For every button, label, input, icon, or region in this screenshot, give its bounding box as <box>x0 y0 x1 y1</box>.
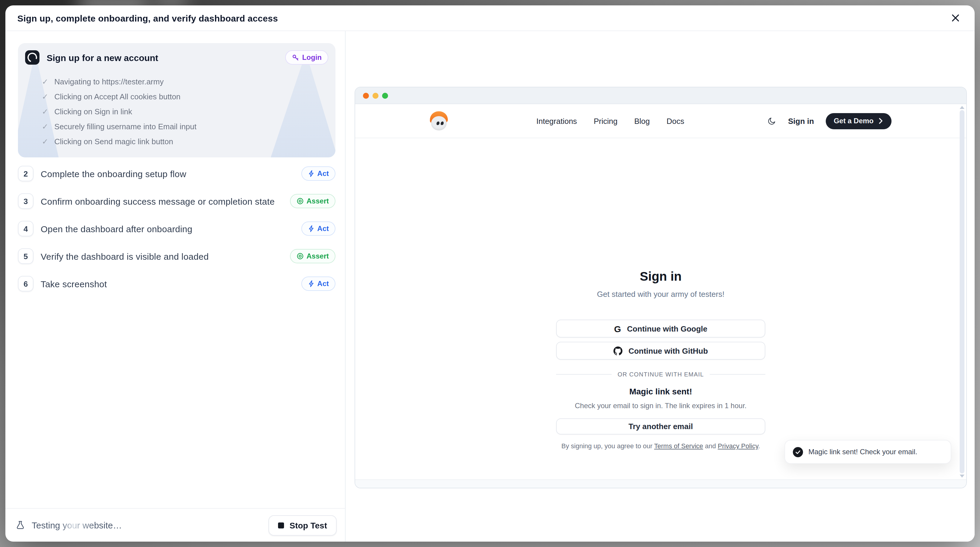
act-badge: Act <box>301 276 336 291</box>
github-button-label: Continue with GitHub <box>628 346 708 355</box>
assert-badge-label: Assert <box>306 252 329 260</box>
step-title: Open the dashboard after onboarding <box>41 223 294 234</box>
assert-badge: Assert <box>290 194 336 208</box>
substep-label: Clicking on Accept All cookies button <box>54 92 181 101</box>
step-row[interactable]: 2 Complete the onboarding setup flow Act <box>18 166 336 181</box>
step-row[interactable]: 6 Take screenshot Act <box>18 276 336 292</box>
act-badge-label: Act <box>317 225 329 233</box>
key-icon <box>292 54 299 61</box>
auth-card: Sign in Get started with your army of te… <box>556 269 765 456</box>
success-check-icon <box>793 447 803 457</box>
toast-message: Magic link sent! Check your email. <box>808 448 917 456</box>
check-icon: ✓ <box>42 93 48 100</box>
scroll-down-arrow-icon[interactable] <box>960 475 964 478</box>
browser-preview: Integrations Pricing Blog Docs Sign <box>355 87 967 488</box>
site-footer-strip <box>355 479 966 488</box>
sign-in-subheading: Get started with your army of testers! <box>556 290 765 299</box>
google-button-label: Continue with Google <box>627 324 707 333</box>
scroll-up-arrow-icon[interactable] <box>960 106 964 109</box>
substep-row: ✓ Securely filling username into Email i… <box>42 119 328 134</box>
nav-link-blog[interactable]: Blog <box>634 116 650 125</box>
get-a-demo-button[interactable]: Get a Demo <box>826 113 891 129</box>
target-icon <box>296 252 304 260</box>
step-spinner-icon <box>25 50 40 65</box>
close-icon <box>950 13 961 23</box>
substep-row: ✓ Navigating to https://tester.army <box>42 74 328 89</box>
moon-icon[interactable] <box>767 116 776 125</box>
desktop-backdrop: Sign up, complete onboarding, and verify… <box>0 0 980 547</box>
step-title: Verify the dashboard is visible and load… <box>41 251 283 261</box>
scrollbar[interactable] <box>959 105 965 479</box>
step-number: 6 <box>18 276 33 292</box>
site-viewport: Integrations Pricing Blog Docs Sign <box>355 104 966 479</box>
check-icon: ✓ <box>42 78 48 86</box>
step-title: Complete the onboarding setup flow <box>41 169 294 179</box>
substep-row: ✓ Clicking on Accept All cookies button <box>42 89 328 104</box>
substep-label: Navigating to https://tester.army <box>54 77 164 86</box>
step-title: Take screenshot <box>41 279 294 289</box>
terms-of-service-link[interactable]: Terms of Service <box>654 442 703 450</box>
active-step-title: Sign up for a new account <box>47 53 278 62</box>
step-number: 3 <box>18 193 33 209</box>
login-badge-label: Login <box>302 53 322 62</box>
traffic-light-red <box>363 92 369 99</box>
privacy-policy-link[interactable]: Privacy Policy <box>718 442 758 450</box>
lightning-icon <box>308 170 314 177</box>
magic-link-subtitle: Check your email to sign in. The link ex… <box>556 402 765 410</box>
check-icon: ✓ <box>42 108 48 115</box>
lightning-icon <box>308 280 314 287</box>
modal-header: Sign up, complete onboarding, and verify… <box>5 5 975 31</box>
terms-suffix: . <box>758 442 760 450</box>
login-badge: Login <box>285 50 328 65</box>
site-logo[interactable] <box>430 111 448 131</box>
scrollbar-thumb[interactable] <box>960 110 964 474</box>
assert-badge: Assert <box>290 249 336 263</box>
step-number: 4 <box>18 221 33 236</box>
assert-badge-label: Assert <box>306 197 329 205</box>
step-row[interactable]: 3 Confirm onboarding success message or … <box>18 193 336 209</box>
nav-link-docs[interactable]: Docs <box>667 116 684 125</box>
check-icon: ✓ <box>42 123 48 131</box>
logo-eye <box>436 121 439 125</box>
act-badge: Act <box>301 166 336 181</box>
act-badge: Act <box>301 222 336 236</box>
stop-test-label: Stop Test <box>290 520 328 530</box>
target-icon <box>296 198 304 205</box>
preview-panel: Integrations Pricing Blog Docs Sign <box>345 31 975 542</box>
step-row[interactable]: 5 Verify the dashboard is visible and lo… <box>18 248 336 264</box>
step-row[interactable]: 4 Open the dashboard after onboarding Ac… <box>18 221 336 236</box>
active-step-card: Sign up for a new account Login <box>18 43 336 157</box>
continue-with-google-button[interactable]: G Continue with Google <box>556 320 765 338</box>
test-status-bar: Testing your website… Stop Test <box>5 508 345 542</box>
nav-link-integrations[interactable]: Integrations <box>536 116 577 125</box>
steps-panel: Sign up for a new account Login <box>5 31 345 542</box>
toast-notification: Magic link sent! Check your email. <box>784 440 951 464</box>
lightning-icon <box>308 225 314 232</box>
site-navbar: Integrations Pricing Blog Docs Sign <box>355 104 966 138</box>
continue-with-github-button[interactable]: Continue with GitHub <box>556 342 765 360</box>
step-number: 5 <box>18 248 33 264</box>
traffic-light-yellow <box>372 92 379 99</box>
try-another-email-button[interactable]: Try another email <box>556 418 765 434</box>
terms-text: By signing up, you agree to our Terms of… <box>556 442 765 450</box>
stop-test-button[interactable]: Stop Test <box>269 515 337 535</box>
terms-prefix: By signing up, you agree to our <box>562 442 654 450</box>
logo-eye <box>440 121 444 125</box>
magic-link-title: Magic link sent! <box>556 387 765 396</box>
github-icon <box>614 346 622 355</box>
nav-link-pricing[interactable]: Pricing <box>594 116 618 125</box>
divider-label: OR CONTINUE WITH EMAIL <box>618 371 704 378</box>
divider-line <box>556 374 612 375</box>
stop-icon <box>278 522 284 528</box>
traffic-light-green <box>382 92 388 99</box>
step-title: Confirm onboarding success message or co… <box>41 196 283 206</box>
chevron-right-icon <box>878 118 884 124</box>
substep-label: Clicking on Send magic link button <box>54 137 173 146</box>
google-icon: G <box>614 324 621 333</box>
check-icon: ✓ <box>42 138 48 145</box>
close-button[interactable] <box>948 11 963 25</box>
act-badge-label: Act <box>317 169 329 178</box>
flask-icon <box>15 520 26 531</box>
nav-sign-in-link[interactable]: Sign in <box>788 116 814 125</box>
terms-and: and <box>703 442 718 450</box>
